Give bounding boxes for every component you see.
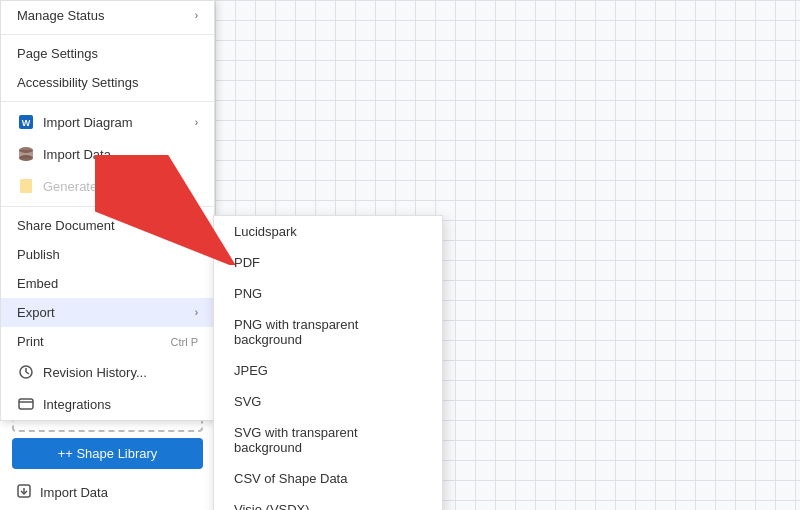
submenu-item-svg-transparent[interactable]: SVG with transparent background (214, 417, 442, 463)
print-shortcut: Ctrl P (171, 336, 199, 348)
menu-item-accessibility-settings[interactable]: Accessibility Settings (1, 68, 214, 97)
svg-rect-9 (19, 399, 33, 409)
svg-rect-5 (20, 179, 32, 193)
menu-item-share-document[interactable]: Share Document (1, 211, 214, 240)
submenu-item-visio-vsdx[interactable]: Visio (VSDX) (214, 494, 442, 510)
menu-item-integrations[interactable]: Integrations (1, 388, 214, 420)
google-slides-icon (17, 177, 35, 195)
shape-library-button[interactable]: + + Shape Library (12, 438, 203, 469)
menu-item-import-diagram[interactable]: W Import Diagram › (1, 106, 214, 138)
import-data-content: Import Data (17, 145, 111, 163)
svg-text:W: W (22, 118, 31, 128)
revision-history-content: Revision History... (17, 363, 147, 381)
import-diagram-icon: W (17, 113, 35, 131)
submenu-item-png[interactable]: PNG (214, 278, 442, 309)
menu-item-generate-google-slides[interactable]: Generate Google Slides (1, 170, 214, 202)
menu-item-import-data[interactable]: Import Data (1, 138, 214, 170)
submenu-item-svg[interactable]: SVG (214, 386, 442, 417)
integrations-content: Integrations (17, 395, 111, 413)
svg-line-8 (26, 372, 29, 374)
revision-icon (17, 363, 35, 381)
manage-status-label: Manage Status (17, 8, 104, 23)
menu-item-page-settings[interactable]: Page Settings (1, 39, 214, 68)
menu-item-export[interactable]: Export › (1, 298, 214, 327)
chevron-right-icon: › (195, 10, 198, 21)
svg-point-4 (19, 155, 33, 161)
import-data-arrow-icon (16, 483, 32, 502)
main-menu: Manage Status › Page Settings Accessibil… (0, 0, 215, 421)
menu-item-revision-history[interactable]: Revision History... (1, 356, 214, 388)
divider-1 (1, 34, 214, 35)
export-submenu: Lucidspark PDF PNG PNG with transparent … (213, 215, 443, 510)
submenu-item-pdf[interactable]: PDF (214, 247, 442, 278)
submenu-item-png-transparent[interactable]: PNG with transparent background (214, 309, 442, 355)
menu-item-embed[interactable]: Embed (1, 269, 214, 298)
generate-slides-content: Generate Google Slides (17, 177, 182, 195)
chevron-right-icon: › (195, 307, 198, 318)
divider-2 (1, 101, 214, 102)
submenu-item-csv[interactable]: CSV of Shape Data (214, 463, 442, 494)
integrations-icon (17, 395, 35, 413)
submenu-item-jpeg[interactable]: JPEG (214, 355, 442, 386)
plus-icon: + (58, 446, 66, 461)
import-data-icon (17, 145, 35, 163)
chevron-right-icon: › (195, 117, 198, 128)
import-data-bottom[interactable]: Import Data (0, 475, 215, 510)
divider-3 (1, 206, 214, 207)
menu-item-print[interactable]: Print Ctrl P (1, 327, 214, 356)
import-diagram-content: W Import Diagram (17, 113, 133, 131)
menu-item-manage-status[interactable]: Manage Status › (1, 1, 214, 30)
submenu-item-lucidspark[interactable]: Lucidspark (214, 216, 442, 247)
menu-item-publish[interactable]: Publish (1, 240, 214, 269)
